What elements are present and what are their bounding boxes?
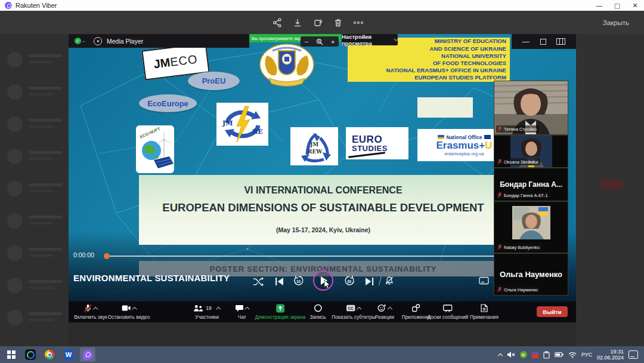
close-media-button[interactable]: Закрыть [603,19,629,26]
participant-tile[interactable]: Oksana Skrotska [494,135,568,168]
language-indicator[interactable]: РУС [581,352,592,358]
media-player-icon [94,37,102,45]
dimmed-chat-item [6,276,66,297]
download-icon[interactable] [287,14,308,32]
whiteboards-button[interactable]: Доски сообщений [428,303,468,320]
studies-text: STUDIES [352,144,408,153]
player-minimize-icon[interactable]: — [522,38,530,46]
action-center-icon[interactable] [628,350,638,359]
battery-icon[interactable] [555,352,564,358]
participants-count: 19 [206,305,211,311]
taskbar-word-icon[interactable]: W [61,347,76,362]
view-settings-button[interactable]: Настройки просмотра [342,34,398,45]
chevron-up-icon[interactable] [132,306,137,311]
ministry-line: NATIONAL ERASMUS+ OFFICE IN UKRAINE [348,67,506,74]
unmute-button[interactable]: Включить звук [74,303,107,320]
eu-flag-icon [484,135,491,139]
check-status-icon: ✓ [75,38,81,44]
stop-video-button[interactable]: Остановить видео [108,303,150,320]
zoom-in-icon[interactable]: + [331,38,335,45]
participant-tile[interactable]: Ольга Науменко Ольга Науменко [494,253,568,296]
ministry-line: EUROPEAN STUDIES PLATFORM [348,74,506,81]
layout-view-icon[interactable] [556,38,565,45]
reactions-icon [377,304,386,312]
chevron-up-icon[interactable] [93,306,98,311]
dimmed-chat-item [6,51,66,71]
pale-box-graphic [417,97,473,118]
zoom-controls: − + [301,36,339,47]
chat-button[interactable]: Чат [236,303,249,320]
more-options-icon[interactable] [348,14,369,32]
trash-icon[interactable] [328,14,348,32]
next-icon[interactable] [365,277,374,286]
share-icon[interactable] [267,14,287,32]
chevron-up-icon[interactable] [357,306,361,311]
participant-video [512,206,550,239]
dimmed-chat-item [6,309,66,329]
minimize-window-icon[interactable]: — [590,0,608,11]
jm-rew-logo: JM REW [290,127,338,165]
participant-nametag: Ольга Науменко [496,286,540,293]
wifi-icon[interactable] [568,352,577,358]
university-emblem [252,44,321,88]
participant-tile[interactable]: Тетяна Стройко [494,81,568,135]
notes-button[interactable]: Примечания [470,303,499,320]
taskbar-clock[interactable]: 19:31 02.06.2024 [597,349,624,361]
participants-button[interactable]: 19 Участники [193,303,220,320]
reactions-label: Реакции [375,314,394,320]
mouse-cursor [324,280,330,289]
taskbar-chrome-icon[interactable] [42,347,57,362]
notes-label: Примечания [470,314,499,320]
previous-icon[interactable] [275,277,284,286]
seek-knob[interactable] [104,253,110,259]
player-header-chip: ✓ – Media Player [69,34,249,48]
magnifier-icon[interactable] [316,38,323,45]
share-screen-button[interactable]: Демонстрация экрана [255,303,306,320]
mute-bell-icon[interactable] [385,276,394,285]
svg-text:REW: REW [308,149,323,155]
whiteboards-label: Доски сообщений [428,314,468,320]
start-button[interactable] [4,347,19,362]
subtitle-display-icon[interactable] [479,276,489,285]
captions-icon: CC [346,304,356,312]
participant-tile[interactable]: Бондар Ганна А... Бондар Ганна А-БТ-1 [494,168,568,201]
view-settings-label: Настройки просмотра [342,34,392,47]
right-background [576,34,644,346]
taskbar-webex-icon[interactable] [23,347,38,362]
dimmed-chat-item [6,147,66,168]
chevron-up-icon[interactable] [388,306,392,311]
seek-bar[interactable] [106,256,505,257]
chevron-up-icon[interactable] [244,306,249,311]
zoom-out-icon[interactable]: − [305,38,308,45]
dimmed-chat-item [6,244,66,264]
chevron-up-icon[interactable] [216,306,221,311]
player-restore-icon[interactable] [540,39,546,45]
conference-title-line2: EUROPEAN DIMENSIONS OF SUSTAINABLE DEVEL… [139,201,507,214]
participant-name: Ольга Науменко [504,287,538,293]
participant-tile[interactable]: Nataly Bubliyenko [494,201,568,253]
clipboard-tray-icon[interactable] [543,351,550,359]
record-button[interactable]: Запись [309,303,326,320]
reactions-button[interactable]: Реакции [375,303,394,320]
shuffle-icon[interactable] [253,278,264,286]
mic-muted-icon [497,287,502,293]
antivirus-tray-icon[interactable] [520,351,527,358]
apps-button[interactable]: Приложения [402,303,431,320]
hidden-icons-chevron[interactable] [498,353,503,358]
leave-meeting-button[interactable]: Выйти [537,306,568,317]
ministry-line: OF FOOD TECHNOLOGIES [348,60,506,67]
ministry-line: NATIONAL UNIVERSITY [348,53,506,60]
erasmus-url-text: erasmusplus.org.ua [445,151,484,156]
media-toolbar: Закрыть [0,11,644,34]
rotate-icon[interactable] [308,14,328,32]
volume-muted-icon[interactable] [507,351,515,358]
windows-taskbar: W РУС 19:31 02.06.20 [0,346,644,363]
captions-button[interactable]: CC Показать субтитры [332,303,376,320]
app-tray-icon[interactable] [532,352,538,358]
taskbar-viber-icon[interactable] [80,347,95,362]
maximize-window-icon[interactable]: ▢ [608,0,626,11]
close-window-icon[interactable]: ✕ [626,0,644,11]
ecoeurope-logo: EcoEurope [139,94,197,112]
apps-label: Приложения [402,314,431,320]
participant-nametag: Oksana Skrotska [496,158,540,165]
